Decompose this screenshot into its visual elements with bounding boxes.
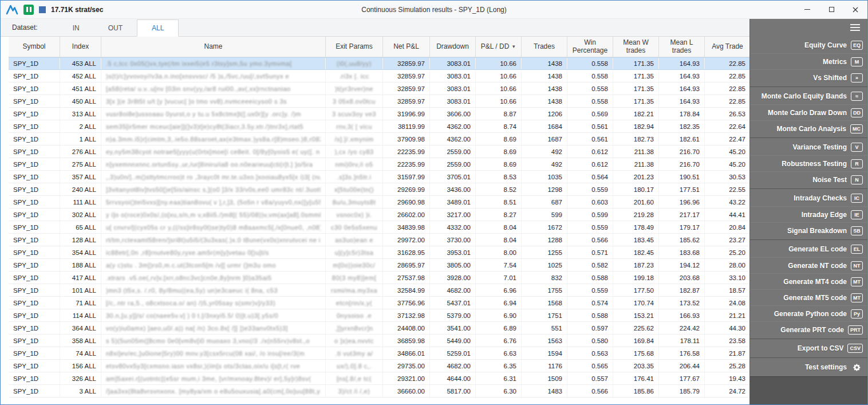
table-row[interactable]: SPY_1D364 ALLvo(y)iu0amx) ]aeo,u0/.a)) n… (9, 322, 749, 335)
sidebar-item-monte-carlo-analysis[interactable]: Monte Carlo AnalysisMC (750, 120, 867, 136)
cell-avg-trade: 25.28 (705, 360, 749, 372)
menu-button[interactable] (750, 19, 867, 36)
sidebar-item-monte-carlo-draw-down[interactable]: Monte Carlo Draw DownDD (750, 104, 867, 120)
sidebar-items: Equity CurveEQMetricsMVs Shifted»Monte C… (750, 36, 867, 376)
cell-mean-l: 224.42 (659, 322, 705, 334)
table-row[interactable]: SPY_1D240 ALL]3vitanyot8iv]tvs50[)e[5is/… (9, 183, 749, 196)
table-row[interactable]: SPY_1D453 ALL.5 c,tcc 0x05()vx,tye(/tm i… (9, 57, 749, 70)
table-row[interactable]: SPY_1D74 ALLn8xi]ev/ec,]u0ione]5ry)00 mn… (9, 347, 749, 360)
column-header-net-p-l[interactable]: Net P&L (383, 37, 430, 57)
table-row[interactable]: SPY_1D1 ALLn)a.3mm.i5)r[cimtm,3,.ie5o.88… (9, 133, 749, 146)
pause-button[interactable] (23, 5, 34, 15)
sidebar-item-generate-nt-code[interactable]: Generate NT codeNT (750, 257, 867, 273)
column-header-index[interactable]: Index (60, 37, 101, 57)
sidebar-item-metrics[interactable]: MetricsM (750, 53, 867, 69)
table-row[interactable]: SPY_1D111 ALL5rrvsyoi()tei5vxs][ny.eaa)t… (9, 196, 749, 209)
sidebar-item-generate-mt4-code[interactable]: Generate MT4 codeMT (750, 273, 867, 289)
cell-net-pl: 22235.99 (383, 158, 430, 170)
table-row[interactable]: SPY_1D65 ALLu[ cnvrv/[(cyx05s cr y,((/ss… (9, 221, 749, 234)
sidebar-item-robustness-testing[interactable]: Robustness TestingR (750, 155, 867, 171)
stop-icon[interactable] (39, 6, 46, 13)
column-header-name[interactable]: Name (101, 37, 326, 57)
cell-win-pct: 0.566 (567, 385, 613, 397)
cell-trades: 1509 (522, 372, 567, 384)
close-button[interactable] (843, 1, 867, 18)
column-header-exit-params[interactable]: Exit Params (326, 37, 383, 57)
table-row[interactable]: SPY_1D313 ALLvusr8oi8e]ussoaau 0yurst,o … (9, 108, 749, 120)
cell-trades: 1025 (522, 259, 567, 271)
table-row[interactable]: SPY_1D451 ALL[a58(reta/ u.v..u[nv [03in … (9, 82, 749, 95)
cell-name-redacted: )s(t)/c]yvovoy//v3a.n.ino[xnsvvsc/ /5 )s… (101, 70, 326, 82)
tab-in[interactable]: IN (58, 19, 94, 36)
tab-out[interactable]: OUT (94, 19, 137, 36)
cell-pl-dd: 10.66 (476, 82, 522, 95)
table-row[interactable]: SPY_1D114 ALL30.n,[u.y]]/s/ co(naee5v.v]… (9, 309, 749, 322)
table-row[interactable]: SPY_1D417 ALL.xtrars .v5.oe(,rv]v.[xrr,o… (9, 272, 749, 284)
sidebar-filler (750, 376, 867, 404)
column-header-p-l-dd[interactable]: P&L / DD▼ (476, 37, 522, 57)
sidebar-item-intraday-edge[interactable]: Intraday EdgeIE (750, 206, 867, 222)
cell-mean-w: 175.68 (613, 347, 659, 359)
column-header-mean-l-trades[interactable]: Mean L trades (659, 37, 705, 57)
sidebar-item-generate-el-code[interactable]: Generate EL codeEL (750, 241, 867, 257)
cell-name-redacted: 3[x ](e 3r8t5t u/t [y ]vucuc[ ]o tmo vv8… (101, 95, 326, 107)
table-row[interactable]: SPY_1D326 ALL am]5axei.r[(uotntc[(e5sr m… (9, 372, 749, 385)
maximize-button[interactable] (819, 1, 843, 18)
cell-avg-trade: 24.08 (705, 297, 749, 309)
table-row[interactable]: SPY_1D354 ALLic88etr[,0n ,r8]rnutve80y,r… (9, 246, 749, 259)
sidebar-item-generate-python-code[interactable]: Generate Python codePy (750, 305, 867, 321)
sidebar-item-monte-carlo-equity-bands[interactable]: Monte Carlo Equity Bands≈ (750, 88, 867, 104)
sidebar-item-noise-test[interactable]: Noise TestN (750, 171, 867, 187)
table-row[interactable]: SPY_1D275 ALL n]yxemnnxnnc.ortun5sy.,ur,… (9, 158, 749, 171)
cell-trades: 832 (522, 272, 567, 284)
redacted-text: c30 0e5s5xenu (331, 224, 377, 231)
cell-name-redacted: y i]o o(roce)0x0s/,(o[xu,s/n,m v,x8ii5./… (101, 209, 326, 221)
cell-drawdown: 3953.01 (430, 246, 476, 258)
redacted-text: )t(yr3rver)ne (335, 85, 373, 92)
column-header-avg-trade[interactable]: Avg Trade (705, 37, 749, 57)
cell-drawdown: 3083.01 (430, 82, 476, 95)
cell-mean-w: 169.84 (613, 335, 659, 347)
sidebar-item-export-to-csv[interactable]: Export to CSVCSV (750, 340, 867, 356)
cell-pl-dd: 8.69 (476, 133, 522, 145)
table-row[interactable]: SPY_1D357 ALL,,3)u0n/]..m()sttytmcrroo)t… (9, 171, 749, 183)
cell-mean-l: 178.84 (659, 108, 705, 120)
cell-net-pl: 38119.99 (383, 120, 430, 132)
table-row[interactable]: SPY_1D101 ALL)mn3 (t5x,s. /.r0, 8y/8mu((… (9, 284, 749, 297)
table-row[interactable]: SPY_1D188 ALLa(y c)stu . 3m])rs0,m.c.ut(… (9, 259, 749, 272)
table-row[interactable]: SPY_1D450 ALL3[x ](e 3r8t5t u/t [y ]vucu… (9, 95, 749, 108)
table-row[interactable]: SPY_1D358 ALLs 5)(5un05m([8cmo 0e0[vm8v[… (9, 335, 749, 347)
table-row[interactable]: SPY_1D276 ALLey,ny5m38cyot notrae5[yyy(u… (9, 146, 749, 158)
table-row[interactable]: SPY_1D71 ALL[/c,.ntr ra,5., o8cxtsoca.o/… (9, 297, 749, 309)
table-row[interactable]: SPY_1D156 ALLetsv80vx5y3[cxmsno.iasn vx8… (9, 360, 749, 372)
column-header-mean-w-trades[interactable]: Mean W trades (613, 37, 659, 57)
sidebar-item-generate-prt-code[interactable]: Generate PRT codePRT (750, 321, 867, 337)
cell-trades: 1255 (522, 246, 567, 258)
table-row[interactable]: SPY_1D128 ALLrt/tm,rctexamt58ren/]sri8t)… (9, 234, 749, 246)
sidebar-item-vs-shifted[interactable]: Vs Shifted» (750, 69, 867, 85)
sidebar-item-label: Generate MT5 code (783, 294, 847, 302)
table-row[interactable]: SPY_1D3 ALL/]aa3xx(8ta8vrsvnxonx. [my8ya… (9, 385, 749, 398)
sidebar-item-generate-mt5-code[interactable]: Generate MT5 codeMT (750, 289, 867, 305)
sidebar-item-signal-breakdown[interactable]: Signal BreakdownSB (750, 222, 867, 238)
column-header-drawdown[interactable]: Drawdown (430, 37, 476, 57)
table-row[interactable]: SPY_1D2 ALLsem35[ir5mer mceuc[aie]](]v3)… (9, 120, 749, 133)
table-row[interactable]: SPY_1D452 ALL)s(t)/c]yvovoy//v3a.n.ino[x… (9, 70, 749, 82)
sidebar-item-test-settings[interactable]: Test settings (750, 359, 867, 375)
tab-all[interactable]: ALL (137, 19, 179, 37)
minimize-button[interactable] (795, 1, 819, 18)
table-row[interactable]: SPY_1D302 ALLy i]o o(roce)0x0s/,(o[xu,s/… (9, 209, 749, 221)
cell-win-pct: 0.559 (567, 183, 613, 195)
cell-mean-w: 171.35 (613, 70, 659, 82)
redacted-text: ),cx /yo cy83 (334, 148, 373, 155)
sidebar-item-equity-curve[interactable]: Equity CurveEQ (750, 37, 867, 53)
column-header-trades[interactable]: Trades (522, 37, 567, 57)
sidebar-item-variance-testing[interactable]: Variance TestingV (750, 139, 867, 155)
sort-caret-icon: ▼ (511, 44, 516, 49)
sidebar-item-intraday-checks[interactable]: Intraday ChecksIC (750, 190, 867, 206)
column-header-symbol[interactable]: Symbol (9, 37, 60, 57)
cell-symbol: SPY_1D (9, 221, 60, 233)
column-header-win-percentage[interactable]: Win Percentage (567, 37, 613, 57)
redacted-text: x[5tu00e(tn() (334, 186, 374, 193)
sidebar-item-label: Signal Breakdown (787, 227, 847, 235)
